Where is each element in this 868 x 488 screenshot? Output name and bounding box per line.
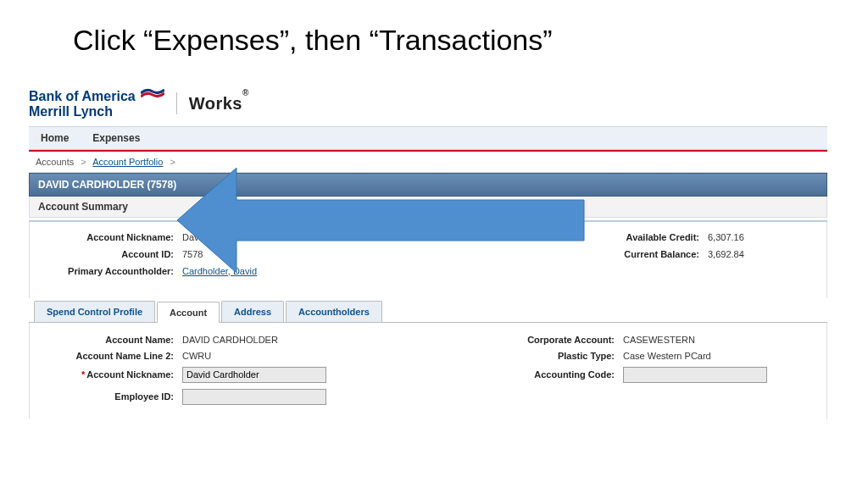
trademark-symbol: ® bbox=[242, 88, 249, 97]
summary-subheader: Account Summary bbox=[29, 197, 827, 218]
breadcrumb-sep: > bbox=[81, 157, 86, 167]
avail-credit-value: 6,307.16 bbox=[708, 232, 744, 242]
bofa-flag-icon bbox=[141, 88, 164, 105]
nav-home[interactable]: Home bbox=[29, 126, 81, 150]
corp-account-value: CASEWESTERN bbox=[623, 335, 695, 345]
app-name: Works bbox=[189, 94, 242, 113]
bank-name-line1: Bank of America bbox=[29, 90, 136, 104]
tabs-row: Spend Control Profile Account Address Ac… bbox=[29, 298, 827, 323]
balance-value: 3,692.84 bbox=[708, 249, 744, 259]
primary-holder-link[interactable]: Cardholder, David bbox=[182, 266, 257, 276]
nickname-form-label: *Account Nickname: bbox=[38, 369, 182, 380]
employee-id-label: Employee ID: bbox=[38, 391, 182, 402]
accounting-code-input[interactable] bbox=[623, 367, 767, 383]
breadcrumb-sep2: > bbox=[170, 157, 175, 167]
breadcrumb-portfolio-link[interactable]: Account Portfolio bbox=[92, 157, 163, 167]
tab-account[interactable]: Account bbox=[157, 302, 220, 323]
works-logo: Works® bbox=[189, 94, 249, 114]
summary-body: Account Nickname: David Cardholder Accou… bbox=[29, 222, 827, 298]
corp-account-label: Corporate Account: bbox=[496, 335, 623, 345]
logo-row: Bank of America Merrill Lynch Works® bbox=[29, 83, 827, 126]
nickname-value: David Cardholder bbox=[182, 232, 255, 242]
breadcrumb: Accounts > Account Portfolio > bbox=[29, 152, 827, 173]
tab-body: Account Name: DAVID CARDHOLDER Account N… bbox=[29, 323, 827, 419]
nav-bar: Home Expenses bbox=[29, 126, 827, 150]
bofa-logo: Bank of America Merrill Lynch bbox=[29, 88, 164, 119]
primary-holder-label: Primary Accountholder: bbox=[38, 266, 182, 276]
avail-credit-label: Available Credit: bbox=[598, 232, 708, 242]
nav-expenses[interactable]: Expenses bbox=[81, 126, 152, 150]
bank-name-line2: Merrill Lynch bbox=[29, 105, 164, 119]
account-id-label: Account ID: bbox=[38, 249, 182, 259]
plastic-type-label: Plastic Type: bbox=[496, 351, 623, 361]
tab-accountholders[interactable]: Accountholders bbox=[286, 301, 382, 322]
account-name-label: Account Name: bbox=[38, 335, 182, 345]
name-line2-label: Account Name Line 2: bbox=[38, 351, 182, 361]
plastic-type-value: Case Western PCard bbox=[623, 351, 711, 361]
nickname-input[interactable] bbox=[182, 367, 326, 383]
account-id-value: 7578 bbox=[182, 249, 203, 259]
balance-label: Current Balance: bbox=[598, 249, 708, 259]
nickname-label: Account Nickname: bbox=[38, 232, 182, 242]
app-screenshot: Bank of America Merrill Lynch Works® Hom… bbox=[29, 83, 827, 419]
tab-address[interactable]: Address bbox=[221, 301, 284, 322]
account-header: DAVID CARDHOLDER (7578) bbox=[29, 173, 827, 197]
employee-id-input[interactable] bbox=[182, 389, 326, 405]
breadcrumb-accounts: Accounts bbox=[36, 157, 74, 167]
logo-divider bbox=[176, 92, 177, 114]
name-line2-value: CWRU bbox=[182, 351, 211, 361]
account-name-value: DAVID CARDHOLDER bbox=[182, 335, 278, 345]
nav-expenses-label: Expenses bbox=[92, 126, 140, 150]
tab-spend-control[interactable]: Spend Control Profile bbox=[34, 301, 155, 322]
accounting-code-label: Accounting Code: bbox=[496, 369, 623, 380]
slide-title: Click “Expenses”, then “Transactions” bbox=[0, 0, 868, 57]
